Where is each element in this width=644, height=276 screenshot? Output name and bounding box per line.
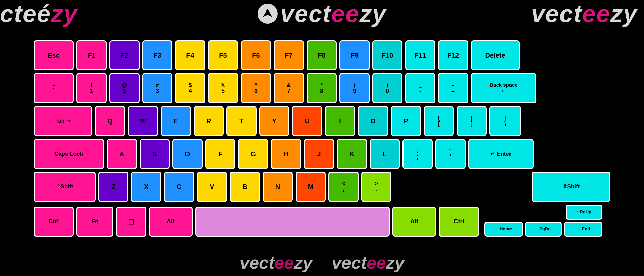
key-0[interactable]: ) 0	[372, 73, 402, 103]
key-pgdn[interactable]: ↓ PgDn	[525, 222, 562, 237]
keyboard: Esc F1 F2 F3 F4 F5 F6 F7 F8 F9 F10 F11 F…	[27, 34, 617, 246]
key-tab[interactable]: Tab ⇥	[34, 106, 92, 136]
key-6[interactable]: ^ 6	[241, 73, 271, 103]
key-semicolon[interactable]: : ;	[402, 139, 433, 169]
key-f[interactable]: F	[205, 139, 235, 169]
fn-row: Esc F1 F2 F3 F4 F5 F6 F7 F8 F9 F10 F11 F…	[34, 40, 610, 70]
key-v[interactable]: V	[197, 172, 227, 202]
key-quote[interactable]: " '	[435, 139, 466, 169]
key-shift-left[interactable]: ⇧Shift	[34, 172, 96, 202]
svg-point-0	[266, 10, 269, 12]
key-f11[interactable]: F11	[405, 40, 435, 70]
key-q[interactable]: Q	[95, 106, 125, 136]
key-f3[interactable]: F3	[142, 40, 172, 70]
home-row: Caps Lock A S D F G H J K L : ; " ' ↵ En…	[34, 139, 610, 169]
watermark-center: vecteezy	[258, 0, 386, 27]
key-3[interactable]: # 3	[142, 73, 172, 103]
key-c[interactable]: C	[164, 172, 194, 202]
key-z[interactable]: Z	[98, 172, 128, 202]
bottom-row: Ctrl Fn ◻ Alt Alt Ctrl ↑ PgUp ←Home ↓ Pg…	[34, 205, 610, 237]
key-f10[interactable]: F10	[372, 40, 402, 70]
key-k[interactable]: K	[337, 139, 367, 169]
key-ctrl-left[interactable]: Ctrl	[34, 207, 74, 237]
key-4[interactable]: $ 4	[175, 73, 205, 103]
key-f1[interactable]: F1	[76, 40, 107, 70]
key-esc[interactable]: Esc	[34, 40, 74, 70]
key-h[interactable]: H	[271, 139, 301, 169]
key-f12[interactable]: F12	[438, 40, 468, 70]
key-j[interactable]: J	[304, 139, 334, 169]
key-d[interactable]: D	[172, 139, 203, 169]
key-u[interactable]: U	[292, 106, 322, 136]
vecteezy-logo-icon	[258, 4, 278, 24]
key-a[interactable]: A	[107, 139, 137, 169]
key-f4[interactable]: F4	[175, 40, 205, 70]
shift-row: ⇧Shift Z X C V B N M < , > . ⇧Shift	[34, 172, 610, 202]
key-ctrl-right[interactable]: Ctrl	[439, 207, 479, 237]
key-alt-right[interactable]: Alt	[392, 207, 436, 237]
key-f2[interactable]: F2	[109, 40, 140, 70]
key-t[interactable]: T	[226, 106, 257, 136]
key-equals[interactable]: + =	[438, 73, 468, 103]
key-5[interactable]: % 5	[208, 73, 238, 103]
key-win[interactable]: ◻	[116, 207, 146, 237]
key-end[interactable]: → End	[564, 222, 602, 237]
key-r[interactable]: R	[194, 106, 224, 136]
key-shift-right[interactable]: ⇧Shift	[532, 172, 610, 202]
watermark-bottom: vecteezy vecteezy	[239, 253, 404, 273]
watermark-right: vecteezy	[531, 0, 637, 27]
key-m[interactable]: M	[296, 172, 326, 202]
key-alt-left[interactable]: Alt	[149, 207, 193, 237]
key-f8[interactable]: F8	[307, 40, 337, 70]
key-l[interactable]: L	[370, 139, 400, 169]
key-8[interactable]: * 8	[307, 73, 337, 103]
key-1[interactable]: ! 1	[76, 73, 107, 103]
key-s[interactable]: S	[140, 139, 170, 169]
key-p[interactable]: P	[391, 106, 421, 136]
key-lbracket[interactable]: { [	[424, 106, 454, 136]
key-f9[interactable]: F9	[339, 40, 370, 70]
nav-cluster: ↑ PgUp ←Home ↓ PgDn → End	[484, 205, 602, 237]
key-g[interactable]: G	[238, 139, 268, 169]
key-minus[interactable]: _ -	[405, 73, 435, 103]
key-f7[interactable]: F7	[274, 40, 304, 70]
key-period[interactable]: > .	[361, 172, 391, 202]
key-9[interactable]: ( 9	[339, 73, 370, 103]
key-n[interactable]: N	[263, 172, 293, 202]
key-backspace[interactable]: Back space ←	[471, 73, 536, 103]
key-fn[interactable]: Fn	[76, 207, 113, 237]
key-f5[interactable]: F5	[208, 40, 238, 70]
watermark-left: cteézy	[0, 0, 78, 27]
key-backslash[interactable]: | \	[489, 106, 521, 136]
key-b[interactable]: B	[230, 172, 260, 202]
key-x[interactable]: X	[131, 172, 161, 202]
key-backtick[interactable]: ~ `	[34, 73, 74, 103]
key-comma[interactable]: < ,	[328, 172, 359, 202]
key-e[interactable]: E	[161, 106, 191, 136]
qwerty-row: Tab ⇥ Q W E R T Y U I O P { [ } ] | \	[34, 106, 610, 136]
key-enter[interactable]: ↵ Enter	[468, 139, 534, 169]
number-row: ~ ` ! 1 @ 2 # 3 $ 4 % 5 ^ 6 & 7	[34, 73, 610, 103]
key-home[interactable]: ←Home	[484, 222, 523, 237]
key-o[interactable]: O	[358, 106, 388, 136]
key-w[interactable]: W	[128, 106, 158, 136]
key-7[interactable]: & 7	[274, 73, 304, 103]
key-pgup[interactable]: ↑ PgUp	[566, 205, 602, 220]
key-rbracket[interactable]: } ]	[457, 106, 487, 136]
key-f6[interactable]: F6	[241, 40, 271, 70]
key-delete[interactable]: Delete	[471, 40, 520, 70]
key-y[interactable]: Y	[259, 106, 289, 136]
key-2[interactable]: @ 2	[109, 73, 140, 103]
key-i[interactable]: I	[325, 106, 355, 136]
key-capslock[interactable]: Caps Lock	[34, 139, 104, 169]
key-space[interactable]	[195, 207, 390, 237]
